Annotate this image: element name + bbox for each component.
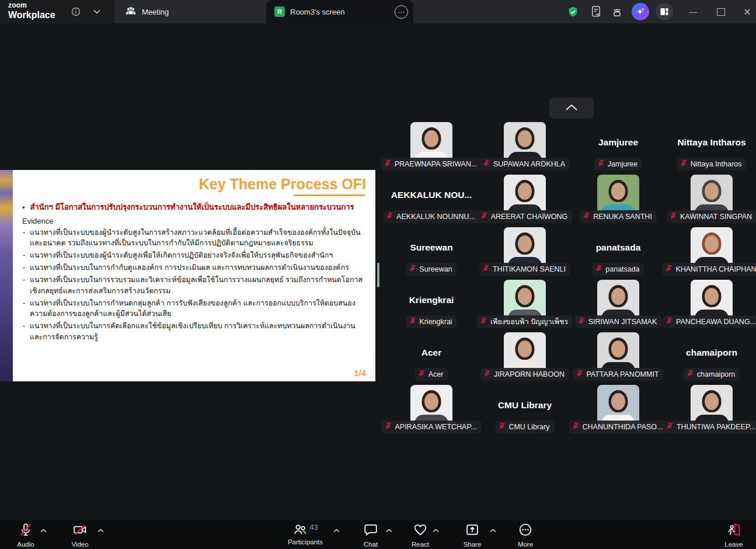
participant-display-name: Jamjuree [572,137,665,148]
share-options-chevron[interactable] [487,526,499,534]
participant-name-pill: SIRIWAN JITSAMAK [575,315,662,328]
close-icon[interactable]: ✕ [737,0,756,23]
participant-tile[interactable]: AEKKALUK NOU... AEKKALUK NOUNNU... [385,175,478,231]
participant-name-pill: PRAEWNAPA SRIWAN... [381,158,482,171]
participant-name-pill: Jamjuree [594,158,642,171]
participant-name-label: Kriengkrai [419,318,452,326]
participants-options-chevron[interactable] [330,526,342,534]
video-options-chevron[interactable] [95,526,106,534]
chevron-down-icon[interactable] [90,0,103,23]
participant-tile[interactable]: PATTARA PANOMMIT [572,332,665,388]
ai-companion-icon[interactable] [631,0,650,23]
slide-bullet: แนวทางที่เป็นระบบในการกำหนดกลุ่มลูกค้า ก… [22,298,368,320]
tab-options-icon[interactable]: ⋯ [395,5,408,19]
participant-tile[interactable]: PRAEWNAPA SRIWAN... [385,122,478,178]
more-button[interactable]: More [509,522,542,548]
mic-muted-icon [418,369,426,380]
participant-name-pill: CMU Library [495,421,554,433]
participant-tile[interactable]: KHANITTHA CHAIPHAN [665,227,756,283]
share-button[interactable]: Share [456,522,489,548]
mic-muted-icon [576,369,583,380]
participant-name-label: THITIKAMON SAENLI [493,265,566,273]
chat-icon [363,522,378,540]
people-icon [125,6,137,18]
participant-tile[interactable]: SIRIWAN JITSAMAK [572,280,665,336]
participant-tile[interactable]: Acer Acer [385,332,478,388]
participant-display-name: panatsada [572,242,665,253]
participant-tile[interactable]: CHANUNTHIDA PASO... [572,385,665,441]
participant-tile[interactable]: APIRASIKA WETCHAP... [385,385,478,441]
mic-muted-icon [386,211,393,222]
react-options-chevron[interactable] [430,526,441,534]
more-icon [518,522,533,540]
participants-button[interactable]: 43 Participants [286,522,325,545]
audio-label: Audio [17,541,34,548]
participant-tile[interactable]: Sureewan Sureewan [385,227,478,283]
participant-tile[interactable]: chamaiporn chamaiporn [665,332,756,388]
tab-room3-label: Room3's screen [290,8,345,16]
cast-icon[interactable] [609,0,625,23]
participant-name-pill: SUPAWAN ARDKHLA [480,158,570,171]
participant-tile[interactable]: AREERAT CHAIWONG [478,175,572,231]
room-badge: R [274,6,285,17]
participant-name-pill: Nittaya Intharos [677,158,747,171]
tab-meeting[interactable]: Meeting [114,0,266,23]
participant-name-label: KAWINNAT SINGPAN [680,213,752,221]
participant-tile[interactable]: THUNTIWA PAKDEEP... [665,385,756,441]
participant-tile[interactable]: Jamjuree Jamjuree [572,122,665,178]
tab-room3-screen[interactable]: R Room3's screen ⋯ [266,0,413,23]
participant-tile[interactable]: JIRAPORN HABOON [478,332,572,388]
participant-display-name: chamaiporn [665,348,756,358]
maximize-icon[interactable] [711,0,731,23]
participant-name-pill: THITIKAMON SAENLI [479,263,570,276]
slide-bullet: แนวทางที่เป็นระบบในการรวบรวมและวิเคราะห์… [22,274,368,297]
participant-tile[interactable]: Nittaya Intharos Nittaya Intharos [665,122,756,178]
audio-options-chevron[interactable] [37,526,49,534]
leave-button[interactable]: Leave [717,522,750,548]
mic-muted-icon [384,159,392,169]
participant-name-label: AEKKALUK NOUNNU... [396,213,475,221]
participant-tile[interactable]: panatsada panatsada [572,227,665,283]
leave-label: Leave [724,541,743,548]
participant-tile[interactable]: SUPAWAN ARDKHLA [478,122,572,178]
chat-button[interactable]: Chat [354,522,387,548]
participant-tile[interactable]: KAWINNAT SINGPAN [665,175,756,231]
slide-bullet: แนวทางที่เป็นระบบของผู้นำระดับสูงเพื่อให… [22,250,368,261]
mic-muted-icon [666,317,673,327]
participant-name-pill: RENUKA SANTHI [580,210,657,223]
participant-name-pill: AEKKALUK NOUNNU... [383,210,480,223]
participant-tile[interactable]: THITIKAMON SAENLI [478,227,572,283]
captions-doc-icon[interactable] [588,0,604,23]
participant-tile[interactable]: เพียงขอบฟ้า ปัญญาเพ็ชร [478,280,572,336]
participant-name-pill: Acer [415,368,448,381]
info-icon[interactable] [69,0,83,23]
mic-muted-icon [597,159,605,169]
participant-name-label: AREERAT CHAIWONG [491,213,568,221]
mic-muted-icon [680,159,688,169]
participant-display-name: Kriengkrai [385,295,478,305]
tab-meeting-label: Meeting [142,8,169,16]
scrollbar-thumb[interactable] [377,263,379,287]
layout-view-icon[interactable] [655,0,674,23]
participant-name-label: SIRIWAN JITSAMAK [588,318,657,326]
participant-display-name: AEKKALUK NOU... [385,190,478,200]
slide-bullet: แนวทางที่เป็นระบบในการคัดเลือกและใช้ข้อม… [22,321,368,343]
participant-name-label: SUPAWAN ARDKHLA [493,160,565,168]
logo-segment: zoom Workplace [0,0,114,23]
mic-muted-icon [666,422,674,432]
collapse-panel-button[interactable] [549,98,594,119]
mic-muted-icon [583,211,590,222]
chat-options-chevron[interactable] [383,526,395,534]
zoom-workplace-logo: zoom Workplace [8,2,55,20]
video-button[interactable]: Video [64,522,96,548]
shield-check-icon[interactable] [565,0,580,23]
participant-name-pill: chamaiporn [684,368,740,381]
participant-display-name: CMU Library [478,400,572,411]
participant-name-label: Acer [428,370,444,378]
participant-tile[interactable]: RENUKA SANTHI [572,175,665,231]
participant-tile[interactable]: CMU Library CMU Library [478,385,572,441]
minimize-icon[interactable]: — [683,0,703,23]
participant-tile[interactable]: Kriengkrai Kriengkrai [385,280,478,336]
share-label: Share [464,541,482,548]
participant-tile[interactable]: PANCHEAWA DUANG... [665,280,756,336]
